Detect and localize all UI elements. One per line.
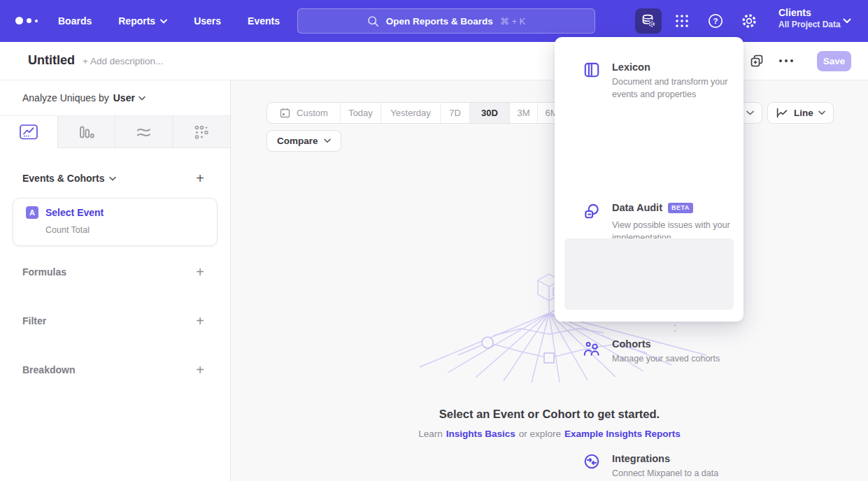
- menu-item-data-audit[interactable]: Data Audit BETA View possible issues wit…: [555, 114, 744, 177]
- add-event-button[interactable]: +: [193, 172, 207, 186]
- more-options-button[interactable]: [779, 59, 793, 62]
- count-type-dropdown[interactable]: Count Total: [45, 225, 90, 235]
- svg-text:?: ?: [713, 17, 718, 25]
- menu-item-integrations[interactable]: Integrations Connect Mixpanel to a data …: [555, 238, 744, 310]
- chart-type-tabs: [0, 116, 230, 148]
- chevron-down-icon: [138, 96, 145, 101]
- project-selector[interactable]: Clients All Project Data: [778, 7, 841, 29]
- chevron-down-icon: [818, 110, 825, 115]
- project-scope: All Project Data: [778, 20, 841, 29]
- org-name: Clients: [778, 7, 841, 18]
- select-event-button[interactable]: Select Event: [45, 207, 104, 218]
- mixpanel-logo[interactable]: [15, 17, 38, 24]
- range-7d[interactable]: 7D: [440, 103, 469, 123]
- event-row-card[interactable]: A Select Event Count Total: [13, 198, 218, 246]
- search-icon: [367, 15, 379, 27]
- empty-state-title: Select an Event or Cohort to get started…: [231, 408, 868, 421]
- settings-button[interactable]: [736, 8, 762, 34]
- example-reports-link[interactable]: Example Insights Reports: [564, 429, 681, 439]
- chevron-down-icon: [109, 176, 116, 181]
- events-cohorts-header[interactable]: Events & Cohorts: [22, 173, 116, 184]
- menu-item-cohorts[interactable]: Cohorts Manage your saved cohorts: [555, 184, 744, 233]
- data-management-button[interactable]: [635, 8, 662, 34]
- top-navigation-bar: Boards Reports Users Events Open Reports…: [0, 0, 868, 42]
- event-series-badge: A: [26, 206, 38, 219]
- range-30d-selected[interactable]: 30D: [469, 103, 509, 123]
- compare-dropdown[interactable]: Compare: [266, 130, 341, 152]
- help-icon: ?: [706, 12, 725, 30]
- integrations-icon: [583, 452, 601, 471]
- subtitle-prefix: Learn: [418, 429, 443, 439]
- duplicate-report-button[interactable]: [750, 54, 764, 68]
- tab-metric-grid[interactable]: [173, 116, 231, 148]
- report-canvas: Custom Today Yesterday 7D 30D 3M 6M 12M …: [231, 80, 868, 481]
- add-filter-button[interactable]: +: [193, 315, 207, 329]
- range-today[interactable]: Today: [340, 103, 380, 123]
- chevron-down-icon: [746, 110, 754, 115]
- subtitle-middle: or explore: [519, 429, 561, 439]
- range-custom[interactable]: Custom: [267, 103, 340, 123]
- search-placeholder: Open Reports & Boards: [386, 16, 493, 27]
- line-chart-icon: [18, 122, 39, 141]
- search-shortcut: ⌘ + K: [500, 16, 526, 27]
- flow-icon: [135, 124, 152, 141]
- nav-users[interactable]: Users: [194, 15, 221, 27]
- metric-grid-icon: [193, 124, 210, 141]
- calendar-icon: [279, 107, 291, 119]
- apps-grid-icon: [674, 13, 690, 29]
- bar-chart-icon: [78, 124, 95, 141]
- nav-reports[interactable]: Reports: [118, 15, 167, 27]
- line-chart-icon: [776, 107, 789, 119]
- global-search[interactable]: Open Reports & Boards ⌘ + K: [297, 8, 595, 34]
- formulas-header: Formulas: [22, 266, 66, 278]
- tab-flow[interactable]: [115, 116, 173, 148]
- report-title[interactable]: Untitled: [28, 53, 75, 68]
- save-button[interactable]: Save: [817, 51, 851, 71]
- lexicon-book-icon: [583, 61, 601, 79]
- chevron-down-icon: [324, 138, 331, 143]
- description-field[interactable]: + Add description...: [83, 56, 163, 66]
- tab-bar-chart[interactable]: [57, 116, 115, 148]
- range-yesterday[interactable]: Yesterday: [380, 103, 440, 123]
- add-breakdown-button[interactable]: +: [193, 364, 207, 378]
- menu-item-lexicon[interactable]: Lexicon Document and transform your even…: [555, 37, 744, 107]
- apps-grid-button[interactable]: [669, 8, 695, 34]
- add-formula-button[interactable]: +: [193, 266, 207, 280]
- insights-basics-link[interactable]: Insights Basics: [446, 429, 515, 439]
- breakdown-header: Breakdown: [22, 364, 75, 375]
- analyze-label: Analyze Uniques by: [22, 92, 109, 103]
- query-builder-sidebar: Analyze Uniques by User: [0, 80, 231, 481]
- analyze-entity-dropdown[interactable]: User: [113, 92, 145, 103]
- help-button[interactable]: ?: [702, 8, 729, 34]
- nav-boards[interactable]: Boards: [58, 15, 92, 27]
- range-3m[interactable]: 3M: [509, 103, 537, 123]
- empty-state-subtitle: Learn Insights Basics or explore Example…: [231, 429, 868, 439]
- analyze-row: Analyze Uniques by User: [0, 80, 230, 116]
- cohorts-users-icon: [583, 340, 601, 359]
- chart-style-dropdown[interactable]: Line: [767, 102, 834, 124]
- chevron-down-icon: [160, 19, 167, 24]
- data-management-icon: [640, 13, 657, 29]
- chevron-down-icon: [843, 18, 851, 24]
- data-management-menu: Lexicon Document and transform your even…: [555, 37, 744, 322]
- settings-gear-icon: [740, 12, 758, 30]
- primary-nav: Boards Reports Users Events: [58, 0, 280, 42]
- filter-header: Filter: [22, 315, 46, 326]
- nav-events[interactable]: Events: [248, 15, 280, 27]
- tab-line-chart[interactable]: [0, 116, 57, 148]
